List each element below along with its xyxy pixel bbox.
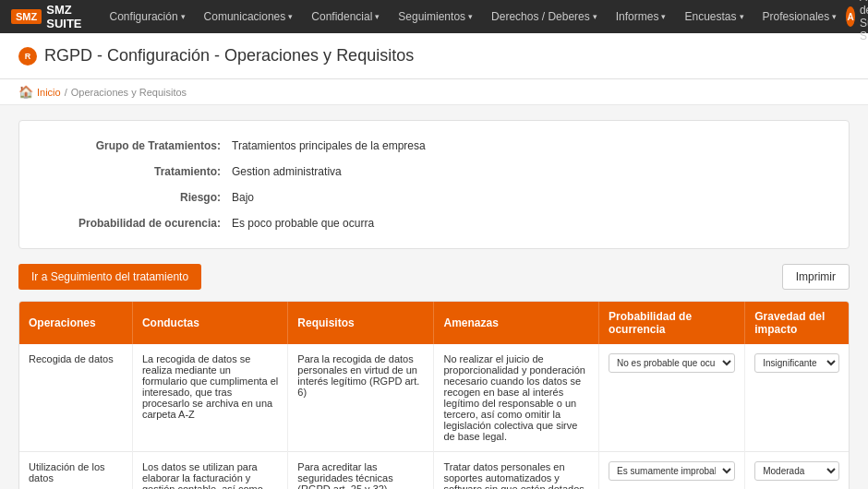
nav-encuestas[interactable]: Encuestas ▾ <box>675 0 753 33</box>
nav-encuestas-arrow: ▾ <box>740 12 744 21</box>
main-content: Grupo de Tratamientos: Tratamientos prin… <box>0 105 868 489</box>
info-value-probabilidad: Es poco probable que ocurra <box>232 217 821 230</box>
nav-derechos-arrow: ▾ <box>593 12 597 21</box>
nav-profesionales-label: Profesionales <box>763 10 830 23</box>
info-label-riesgo: Riesgo: <box>47 191 232 204</box>
cell-operacion: Utilización de los datos <box>19 452 132 490</box>
info-value-riesgo: Bajo <box>232 191 821 204</box>
breadcrumb-home-link[interactable]: Inicio <box>37 87 61 98</box>
table-row: Recogida de datosLa recogida de datos se… <box>19 344 849 452</box>
nav-informes-label: Informes <box>616 10 659 23</box>
nav-comunicaciones-label: Comunicaciones <box>204 10 286 23</box>
nav-confidencial-label: Confidencial <box>311 10 372 23</box>
nav-informes[interactable]: Informes ▾ <box>607 0 676 33</box>
table-row: Utilización de los datosLos datos se uti… <box>19 452 849 490</box>
nav-comunicaciones-arrow: ▾ <box>288 12 293 21</box>
nav-profesionales-arrow: ▾ <box>832 12 837 21</box>
nav-informes-arrow: ▾ <box>661 12 666 21</box>
actions-bar: Ir a Seguimiento del tratamiento Imprimi… <box>18 264 850 290</box>
cell-gravedad-select[interactable]: InsignificanteModeradaInexistenteGraveMu… <box>754 353 839 373</box>
cell-amenaza: No realizar el juicio de proporcionalida… <box>434 344 599 452</box>
page-title-bar: R RGPD - Configuración - Operaciones y R… <box>0 33 868 79</box>
nav-profesionales[interactable]: Profesionales ▾ <box>753 0 847 33</box>
nav-encuestas-label: Encuestas <box>684 10 736 23</box>
nav-configuracion-arrow: ▾ <box>181 12 186 21</box>
nav-company[interactable]: A Asesoría del Sureste S.L. ▾ <box>846 0 868 42</box>
cell-amenaza: Tratar datos personales en soportes auto… <box>434 452 599 490</box>
print-button[interactable]: Imprimir <box>782 264 850 290</box>
info-value-grupo: Tratamientos principales de la empresa <box>232 139 821 152</box>
th-amenazas: Amenazas <box>434 302 599 344</box>
info-row-probabilidad: Probabilidad de ocurencia: Es poco proba… <box>47 217 821 230</box>
page-title: RGPD - Configuración - Operaciones y Req… <box>44 46 414 66</box>
info-value-tratamiento: Gestion administrativa <box>232 165 821 178</box>
cell-probabilidad[interactable]: No es probable que ocurraEs poco probabl… <box>599 452 745 490</box>
cell-probabilidad-select[interactable]: No es probable que ocurraEs poco probabl… <box>609 461 735 481</box>
nav-confidencial[interactable]: Confidencial ▾ <box>302 0 389 33</box>
nav-configuracion[interactable]: Configuración ▾ <box>101 0 195 33</box>
breadcrumb-separator: / <box>65 87 67 98</box>
operations-table: Operaciones Conductas Requisitos Amenaza… <box>19 302 849 489</box>
info-label-tratamiento: Tratamiento: <box>47 165 232 178</box>
nav-menu: Configuración ▾ Comunicaciones ▾ Confide… <box>101 0 847 33</box>
breadcrumb: 🏠 Inicio / Operaciones y Requisitos <box>0 79 868 105</box>
info-label-probabilidad: Probabilidad de ocurencia: <box>47 217 232 230</box>
info-card: Grupo de Tratamientos: Tratamientos prin… <box>18 120 850 249</box>
th-gravedad: Gravedad del impacto <box>745 302 849 344</box>
table-header-row: Operaciones Conductas Requisitos Amenaza… <box>19 302 849 344</box>
cell-probabilidad[interactable]: No es probable que ocurraEs poco probabl… <box>599 344 745 452</box>
breadcrumb-current: Operaciones y Requisitos <box>71 87 187 98</box>
nav-configuracion-label: Configuración <box>110 10 178 23</box>
logo-text: SMZ SUITE <box>46 3 81 30</box>
th-requisitos: Requisitos <box>288 302 434 344</box>
logo-badge: SMZ <box>11 9 42 24</box>
nav-seguimientos[interactable]: Seguimientos ▾ <box>389 0 482 33</box>
info-label-grupo: Grupo de Tratamientos: <box>47 139 232 152</box>
info-row-tratamiento: Tratamiento: Gestion administrativa <box>47 165 821 178</box>
th-conductas: Conductas <box>132 302 287 344</box>
nav-confidencial-arrow: ▾ <box>375 12 380 21</box>
rgpd-badge: R <box>18 47 37 66</box>
nav-comunicaciones[interactable]: Comunicaciones ▾ <box>195 0 303 33</box>
th-operaciones: Operaciones <box>19 302 132 344</box>
nav-derechos-label: Derechos / Deberes <box>491 10 590 23</box>
info-row-grupo: Grupo de Tratamientos: Tratamientos prin… <box>47 139 821 152</box>
app-logo[interactable]: SMZ SMZ SUITE <box>11 3 82 30</box>
cell-conducta: Los datos se utilizan para elaborar la f… <box>132 452 287 490</box>
cell-requisito: Para acreditar las seguridades técnicas … <box>288 452 434 490</box>
company-name: Asesoría del Sureste S.L. <box>860 0 868 42</box>
cell-gravedad[interactable]: InsignificanteModeradaInexistenteGraveMu… <box>745 344 849 452</box>
cell-gravedad-select[interactable]: InsignificanteModeradaInexistenteGraveMu… <box>754 461 839 481</box>
operations-table-wrapper: Operaciones Conductas Requisitos Amenaza… <box>18 301 850 489</box>
cell-gravedad[interactable]: InsignificanteModeradaInexistenteGraveMu… <box>745 452 849 490</box>
cell-requisito: Para la recogida de datos personales en … <box>288 344 434 452</box>
th-probabilidad: Probabilidad de ocurrencia <box>599 302 745 344</box>
info-row-riesgo: Riesgo: Bajo <box>47 191 821 204</box>
top-navigation: SMZ SMZ SUITE Configuración ▾ Comunicaci… <box>0 0 868 33</box>
nav-seguimientos-arrow: ▾ <box>468 12 473 21</box>
company-avatar: A <box>846 6 855 27</box>
follow-treatment-button[interactable]: Ir a Seguimiento del tratamiento <box>18 264 201 290</box>
nav-seguimientos-label: Seguimientos <box>398 10 465 23</box>
cell-conducta: La recogida de datos se realiza mediante… <box>132 344 287 452</box>
nav-derechos[interactable]: Derechos / Deberes ▾ <box>482 0 607 33</box>
breadcrumb-home-icon: 🏠 <box>18 85 33 99</box>
cell-operacion: Recogida de datos <box>19 344 132 452</box>
cell-probabilidad-select[interactable]: No es probable que ocurraEs poco probabl… <box>609 353 735 373</box>
